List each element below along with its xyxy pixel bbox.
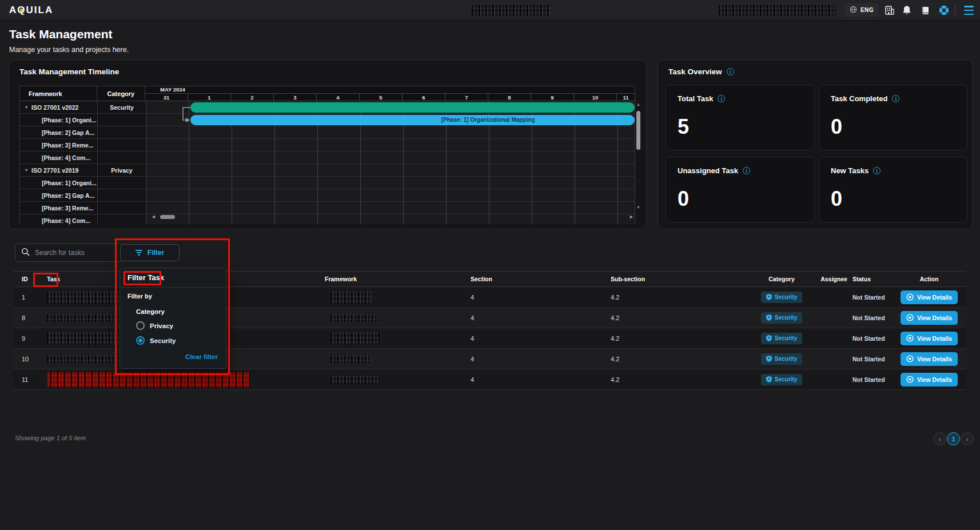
language-label: ENG	[861, 7, 874, 13]
scroll-right-icon[interactable]: ►	[629, 213, 634, 220]
notifications-bell-icon[interactable]	[901, 5, 913, 16]
total-task-value: 5	[678, 115, 689, 139]
timeline-row: [Phase: 3] Reme...	[20, 202, 635, 214]
scroll-up-icon[interactable]: ▲	[635, 102, 642, 107]
timeline-framework-header: Framework	[20, 86, 97, 101]
redacted-framework	[330, 314, 377, 322]
top-navbar: AQUILA ENG	[0, 0, 980, 21]
new-tasks-label: New Tasks	[831, 166, 869, 175]
row-section: 4	[455, 287, 595, 307]
filter-option-privacy[interactable]: Privacy	[136, 321, 226, 330]
redacted-task-name	[47, 314, 125, 322]
category-group-label: Category	[136, 308, 226, 315]
radio-unselected-icon[interactable]	[136, 321, 145, 330]
info-icon[interactable]: i	[873, 167, 881, 174]
info-icon[interactable]: i	[718, 95, 725, 102]
collapse-caret-icon[interactable]: ▾	[25, 105, 27, 110]
language-selector[interactable]: ENG	[844, 3, 879, 17]
collapse-caret-icon[interactable]: ▾	[25, 168, 27, 173]
vertical-scroll-thumb[interactable]	[636, 111, 640, 150]
clear-filter-link[interactable]: Clear filter	[120, 353, 218, 360]
info-icon[interactable]: i	[727, 68, 734, 75]
category-badge[interactable]: Security	[761, 312, 802, 324]
row-section: 4	[455, 328, 595, 348]
timeline-vertical-scrollbar[interactable]: ▲ ▼	[635, 102, 642, 210]
timeline-horizontal-scrollbar[interactable]: ◄ ►	[151, 213, 634, 220]
gantt-bar[interactable]	[190, 102, 635, 113]
category-badge[interactable]: Security	[761, 353, 802, 365]
timeline-day-2: 2	[231, 94, 274, 101]
row-assignee	[819, 287, 849, 307]
row-subsection: 4.2	[595, 287, 744, 307]
status-text: Not Started	[849, 328, 892, 348]
timeline-grid-cells	[146, 177, 635, 189]
row-framework	[320, 369, 455, 389]
view-details-button[interactable]: View Details	[901, 332, 958, 345]
app-logo[interactable]: AQUILA	[9, 5, 53, 16]
gantt-bar[interactable]: [Phase: 1] Organizational Mapping	[190, 115, 635, 125]
category-badge[interactable]: Security	[761, 374, 802, 385]
shield-icon	[766, 314, 772, 321]
filter-button[interactable]: Filter	[120, 244, 180, 261]
header-framework: Framework	[320, 272, 455, 286]
filter-option-security[interactable]: Security	[136, 336, 226, 345]
row-id: 11	[14, 369, 39, 389]
support-lifebuoy-icon[interactable]	[938, 5, 950, 16]
row-section: 4	[455, 349, 595, 369]
view-details-button[interactable]: View Details	[901, 352, 958, 366]
total-task-label: Total Task	[678, 94, 713, 103]
timeline-row-label: ISO 27701 v2019	[31, 167, 78, 174]
view-details-button[interactable]: View Details	[901, 373, 958, 386]
filter-by-label: Filter by	[128, 293, 226, 300]
view-details-button[interactable]: View Details	[901, 311, 958, 325]
menu-hamburger-icon[interactable]	[964, 6, 974, 15]
total-task-card: Total Taski 5	[666, 85, 815, 150]
task-completed-value: 0	[831, 115, 842, 139]
info-icon[interactable]: i	[743, 167, 750, 174]
status-text: Not Started	[849, 308, 892, 328]
unassigned-task-label: Unassigned Task	[678, 166, 738, 175]
next-page-button[interactable]: ›	[961, 432, 974, 445]
scroll-down-icon[interactable]: ▼	[635, 205, 642, 210]
row-subsection: 4.2	[595, 328, 744, 348]
docs-book-icon[interactable]	[919, 5, 931, 16]
redacted-framework	[330, 376, 379, 384]
info-icon[interactable]: i	[892, 95, 899, 102]
radio-selected-icon[interactable]	[136, 336, 145, 345]
row-framework	[320, 308, 455, 328]
timeline-row-label: [Phase: 1] Organi...	[42, 180, 97, 186]
category-badge-label: Security	[775, 335, 797, 341]
timeline-grid-cells	[146, 152, 635, 164]
row-framework	[320, 287, 455, 307]
row-section: 4	[455, 308, 595, 328]
category-badge[interactable]: Security	[761, 333, 802, 344]
horizontal-scroll-thumb[interactable]	[160, 215, 175, 219]
view-details-button[interactable]: View Details	[901, 290, 958, 304]
page-title: Task Management	[9, 27, 113, 41]
timeline-day-5: 5	[360, 94, 403, 101]
view-details-label: View Details	[917, 294, 952, 301]
timeline-row-category	[98, 177, 146, 189]
search-input[interactable]	[35, 249, 124, 257]
chevron-right-icon: ›	[966, 436, 969, 443]
timeline-row-category	[98, 189, 146, 201]
nav-divider	[955, 5, 955, 15]
category-badge[interactable]: Security	[761, 292, 802, 303]
gantt-bar-label: [Phase: 1] Organizational Mapping	[441, 117, 535, 123]
timeline-day-6: 6	[403, 94, 445, 101]
security-option-label: Security	[150, 337, 176, 344]
previous-page-button[interactable]: ‹	[933, 432, 946, 445]
organization-icon[interactable]	[884, 5, 895, 16]
shield-icon	[766, 376, 772, 382]
timeline-row-category	[98, 152, 146, 164]
eye-icon	[906, 355, 914, 362]
redacted-task-name	[47, 332, 132, 345]
shield-icon	[766, 335, 772, 341]
current-page-button[interactable]: 1	[947, 432, 960, 445]
eye-icon	[906, 314, 914, 321]
status-text: Not Started	[849, 349, 892, 369]
timeline-row-category	[98, 126, 146, 138]
scroll-left-icon[interactable]: ◄	[151, 213, 156, 220]
timeline-row-category	[98, 114, 146, 126]
timeline-row-label: [Phase: 2] Gap A...	[42, 129, 94, 136]
